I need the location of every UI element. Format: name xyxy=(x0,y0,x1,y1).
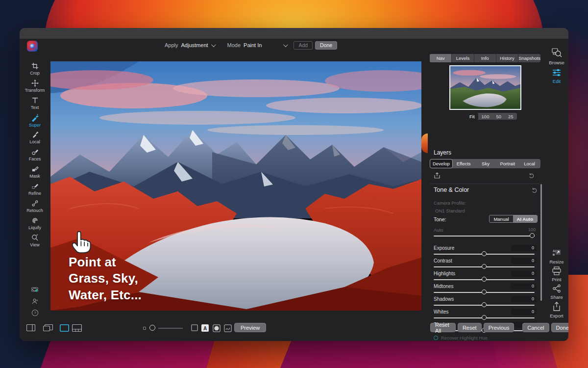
highlights-slider[interactable] xyxy=(434,279,535,280)
tab-local[interactable]: Local xyxy=(518,159,540,168)
tab-snapshots[interactable]: Snapshots xyxy=(518,54,540,62)
reset-all-button[interactable]: Reset All xyxy=(430,323,456,332)
single-view-icon[interactable] xyxy=(60,324,69,332)
tab-history[interactable]: History xyxy=(496,54,518,62)
mask-overlay-icon[interactable] xyxy=(213,324,220,332)
exposure-slider[interactable] xyxy=(434,254,535,255)
slider-handle[interactable] xyxy=(482,302,487,307)
reset-tone-color-icon[interactable] xyxy=(532,187,538,193)
brush-size-track[interactable] xyxy=(158,328,183,329)
save-preset-icon[interactable] xyxy=(434,172,441,179)
transform-icon xyxy=(31,79,39,87)
module-share[interactable]: Share xyxy=(545,284,568,300)
curves-toggle-icon[interactable] xyxy=(224,324,232,332)
reset-pane-icon[interactable] xyxy=(529,173,535,179)
whites-slider[interactable] xyxy=(434,317,535,318)
slider-handle[interactable] xyxy=(482,315,487,320)
module-print[interactable]: Print xyxy=(545,266,568,282)
share-icon xyxy=(552,284,561,293)
slider-handle[interactable] xyxy=(482,264,487,269)
tool-transform[interactable]: Transform xyxy=(20,78,50,95)
tool-retouch[interactable]: Retouch xyxy=(20,198,50,215)
tab-develop[interactable]: Develop xyxy=(430,159,453,168)
done-mask-button[interactable]: Done xyxy=(315,41,337,50)
utility-rail: ? xyxy=(20,285,50,316)
window-titlebar[interactable] xyxy=(20,28,568,39)
brush-size-min-icon xyxy=(143,327,146,330)
tone-color-title[interactable]: Tone & Color xyxy=(434,186,469,193)
mask-view-off-icon[interactable] xyxy=(191,324,198,331)
module-resize[interactable]: AI Resize xyxy=(545,248,568,264)
tool-view[interactable]: View xyxy=(20,232,50,249)
tool-text[interactable]: Text xyxy=(20,95,50,112)
slider-value-field[interactable]: 0 xyxy=(511,270,537,277)
ai-learn-icon[interactable] xyxy=(30,285,39,294)
view-zoom-icon xyxy=(31,234,39,241)
tool-super-select[interactable]: Super xyxy=(20,112,50,129)
tool-liquify[interactable]: Liquify xyxy=(20,215,50,232)
zoom-fit-button[interactable]: Fit xyxy=(466,113,478,120)
account-icon[interactable] xyxy=(31,298,39,305)
help-icon[interactable]: ? xyxy=(31,309,39,316)
camera-profile-dropdown[interactable]: ON1 Standard xyxy=(435,208,465,213)
liquify-icon xyxy=(31,217,39,224)
edit-toolbar: Apply Adjustment Mode Paint In Add Done xyxy=(165,40,337,51)
panel-toggle-icon[interactable] xyxy=(26,324,35,331)
nav-tab-bar: Nav Levels Info History Snapshots xyxy=(430,54,540,62)
slider-value-field[interactable]: 0 xyxy=(511,309,537,315)
previous-button[interactable]: Previous xyxy=(484,323,514,332)
panel-scrollbar[interactable] xyxy=(540,184,542,301)
tool-mask[interactable]: Mask xyxy=(20,163,50,181)
midtones-slider[interactable] xyxy=(434,292,535,293)
shadows-slider[interactable] xyxy=(434,305,535,306)
add-button[interactable]: Add xyxy=(294,41,313,50)
tool-crop[interactable]: Crop xyxy=(20,60,50,78)
slider-row-highlights: Highlights 0 xyxy=(429,270,542,283)
tool-refine[interactable]: Refine xyxy=(20,181,50,198)
zoom-100-button[interactable]: 100 xyxy=(478,113,493,120)
module-export[interactable]: Export xyxy=(545,302,568,318)
auto-slider[interactable] xyxy=(434,236,535,237)
tab-info[interactable]: Info xyxy=(474,54,496,62)
tab-effects[interactable]: Effects xyxy=(453,159,475,168)
done-button[interactable]: Done xyxy=(551,323,568,332)
filmstrip-view-icon[interactable] xyxy=(72,324,82,332)
apply-dropdown[interactable]: Adjustment xyxy=(181,42,208,48)
reset-button[interactable]: Reset xyxy=(458,323,482,332)
zoom-25-button[interactable]: 25 xyxy=(505,113,517,120)
tab-sky[interactable]: Sky xyxy=(475,159,497,168)
contrast-slider[interactable] xyxy=(434,266,535,267)
tab-nav[interactable]: Nav xyxy=(430,54,452,62)
slider-handle[interactable] xyxy=(482,251,487,256)
dual-display-icon[interactable] xyxy=(43,324,53,332)
tone-ai-auto-button[interactable]: AI Auto xyxy=(513,215,537,222)
tone-manual-button[interactable]: Manual xyxy=(490,215,513,222)
preview-button[interactable]: Preview xyxy=(234,323,266,332)
layers-section-label[interactable]: Layers xyxy=(434,149,451,156)
tab-portrait[interactable]: Portrait xyxy=(496,159,518,168)
tutorial-caption: Point at Grass, Sky, Water, Etc... xyxy=(69,254,142,303)
navigator-thumbnail[interactable] xyxy=(449,65,521,110)
svg-text:A: A xyxy=(203,326,207,331)
tool-local[interactable]: Local xyxy=(20,129,50,146)
chevron-down-icon xyxy=(283,42,288,47)
mode-dropdown[interactable]: Paint In xyxy=(244,42,262,48)
cancel-button[interactable]: Cancel xyxy=(522,323,549,332)
brush-size-handle[interactable] xyxy=(149,325,155,331)
recover-highlight-hue-toggle[interactable]: Recover Highlight Hue xyxy=(434,335,488,341)
zoom-50-button[interactable]: 50 xyxy=(492,113,505,120)
mask-alpha-icon[interactable]: A xyxy=(201,324,209,332)
slider-handle[interactable] xyxy=(482,289,487,294)
module-browse[interactable]: Browse xyxy=(545,48,568,65)
slider-handle[interactable] xyxy=(482,277,487,282)
module-edit[interactable]: Edit xyxy=(545,68,568,84)
slider-value-field[interactable]: 0 xyxy=(511,283,537,289)
tab-levels[interactable]: Levels xyxy=(452,54,474,62)
photo-canvas[interactable]: Point at Grass, Sky, Water, Etc... xyxy=(50,61,421,311)
panel-collapse-handle[interactable] xyxy=(421,133,428,153)
tool-faces[interactable]: Faces xyxy=(20,146,50,163)
slider-value-field[interactable]: 0 xyxy=(511,296,537,302)
slider-value-field[interactable]: 0 xyxy=(511,245,537,251)
auto-slider-handle[interactable] xyxy=(530,233,535,238)
slider-value-field[interactable]: 0 xyxy=(511,258,537,264)
